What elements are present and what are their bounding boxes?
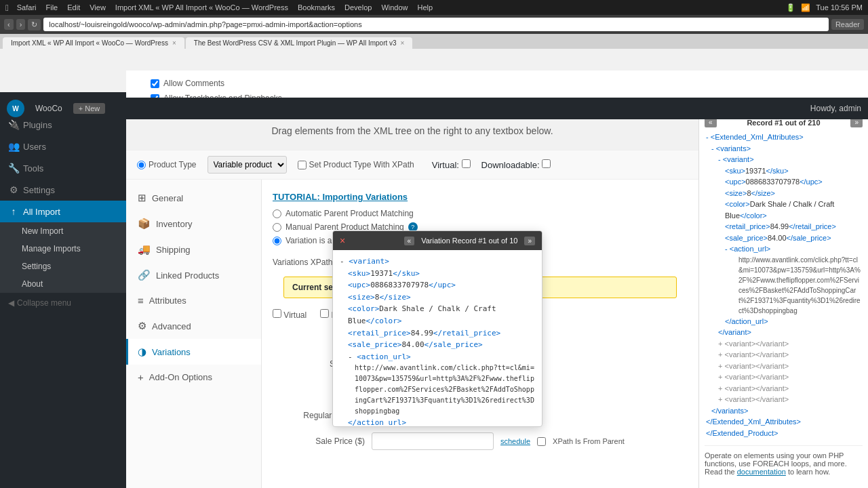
popup-header: × « Variation Record #1 out of 10 » <box>333 231 542 250</box>
tab-2[interactable]: The Best WordPress CSV & XML Import Plug… <box>186 37 413 49</box>
collapse-label: Collapse menu <box>17 298 71 308</box>
sidebar-label-tools: Tools <box>23 163 43 174</box>
history-menu[interactable]: Import XML « WP All Import « WooCo — Wor… <box>115 3 288 12</box>
admin-bar: W WooCo + New Howdy, admin <box>0 98 868 119</box>
general-icon: ⊞ <box>138 192 146 204</box>
apple-icon:  <box>5 3 9 13</box>
xml-line-10: </action_url> <box>705 316 863 327</box>
product-type-select[interactable]: Variable product <box>208 156 287 174</box>
mac-top-bar:  Safari File Edit View Import XML « WP … <box>0 0 868 15</box>
import-icon: ↑ <box>8 206 19 217</box>
time-display: Tue 10:56 PM <box>816 3 863 12</box>
auto-match-option: Automatic Parent Product Matching <box>273 209 688 218</box>
sale-xpath-checkbox[interactable] <box>537 437 546 446</box>
xml-line-18: </variants> <box>705 405 863 417</box>
tab-1[interactable]: Import XML « WP All Import « WooCo — Wor… <box>3 37 184 49</box>
auto-match-radio[interactable] <box>273 209 281 218</box>
file-menu[interactable]: File <box>46 3 58 12</box>
tutorial-link[interactable]: TUTORIAL: Importing Variations <box>273 192 408 202</box>
xml-line-15: + <variant></variant> <box>705 371 863 383</box>
sidebar-label-users: Users <box>23 142 46 152</box>
tab-2-close[interactable]: × <box>401 39 405 47</box>
downloadable-label: Downloadable: <box>481 159 551 170</box>
shipping-icon: 🚚 <box>138 243 151 256</box>
schedule-link[interactable]: schedule <box>500 437 530 445</box>
sidebar-item-users[interactable]: 👥 Users <box>0 136 126 157</box>
sidebar-item-settings[interactable]: ⚙ Settings <box>0 179 126 201</box>
popup-xml-line-0: - <variant> <box>340 256 535 268</box>
product-type-label: Product Type <box>137 160 197 169</box>
sale-price-input[interactable] <box>372 432 494 450</box>
reader-button[interactable]: Reader <box>831 19 864 30</box>
new-button[interactable]: + New <box>73 103 106 114</box>
popup-next-button[interactable]: » <box>524 237 535 245</box>
tab-inventory[interactable]: 📦 Inventory <box>126 211 261 237</box>
xml-line-2: - <variant> <box>705 154 863 165</box>
tab-shipping[interactable]: 🚚 Shipping <box>126 237 261 262</box>
popup-prev-button[interactable]: « <box>404 237 415 245</box>
xml-line-0: - <Extended_Xml_Attributes> <box>705 131 863 143</box>
users-icon: 👥 <box>8 141 19 152</box>
popup-xml: - <variant> <sku>19371</sku> <upc>088683… <box>340 256 535 426</box>
child-element-radio[interactable] <box>273 237 281 245</box>
submenu-about[interactable]: About <box>0 275 126 293</box>
popup-xml-line-4: <color>Dark Shale / Chalk / Craft Blue</… <box>340 303 535 327</box>
allow-comments-checkbox[interactable] <box>151 79 159 88</box>
virtual-label: Virtual: <box>432 159 471 170</box>
popup-xml-line-6: <sale_price>84.00</sale_price> <box>340 339 535 351</box>
downloadable-checkbox[interactable] <box>542 159 551 168</box>
sidebar-submenu: New Import Manage Imports Settings About <box>0 222 126 293</box>
howdy-text: Howdy, admin <box>810 104 861 113</box>
reload-button[interactable]: ↻ <box>28 19 41 30</box>
url-input[interactable] <box>43 18 829 31</box>
collapse-menu-button[interactable]: ◀ Collapse menu <box>0 293 126 313</box>
tab-advanced[interactable]: ⚙ Advanced <box>126 313 261 339</box>
window-menu[interactable]: Window <box>381 3 408 12</box>
tab-variations[interactable]: ◑ Variations <box>126 339 261 365</box>
tab-attributes-label: Attributes <box>149 296 186 306</box>
forward-button[interactable]: › <box>16 19 26 30</box>
help-menu[interactable]: Help <box>418 3 433 12</box>
xml-line-1: - <variants> <box>705 143 863 155</box>
tab-1-close[interactable]: × <box>172 39 176 47</box>
popup-xml-line-7: - <action_url> <box>340 351 535 363</box>
tab-general[interactable]: ⊞ General <box>126 185 261 211</box>
submenu-manage-imports[interactable]: Manage Imports <box>0 240 126 258</box>
submenu-new-import[interactable]: New Import <box>0 222 126 240</box>
popup-content: - <variant> <sku>19371</sku> <upc>088683… <box>333 250 542 426</box>
tab-add-on-options[interactable]: + Add-On Options <box>126 365 261 390</box>
sidebar-item-all-import[interactable]: ↑ All Import <box>0 201 126 222</box>
variations-icon: ◑ <box>138 346 146 358</box>
set-xpath-checkbox[interactable] <box>298 161 307 169</box>
sale-price-label: Sale Price ($) <box>283 436 365 446</box>
xml-line-17: + <variant></variant> <box>705 394 863 405</box>
xml-line-6: <color>Dark Shale / Chalk / Craft Blue</… <box>705 199 863 221</box>
bookmarks-menu[interactable]: Bookmarks <box>298 3 335 12</box>
sidebar-item-tools[interactable]: 🔧 Tools <box>0 157 126 179</box>
site-name[interactable]: WooCo <box>35 104 62 113</box>
safari-menu[interactable]: Safari <box>17 3 37 12</box>
back-button[interactable]: ‹ <box>4 19 14 30</box>
collapse-icon: ◀ <box>8 298 14 308</box>
manual-match-radio[interactable] <box>273 223 281 232</box>
virtual-field-checkbox[interactable] <box>273 309 281 318</box>
xml-line-13: + <variant></variant> <box>705 349 863 361</box>
virtual-checkbox[interactable] <box>462 159 471 168</box>
documentation-link[interactable]: documentation <box>737 468 786 476</box>
tab-shipping-label: Shipping <box>156 245 191 255</box>
view-menu[interactable]: View <box>90 3 106 12</box>
wp-logo[interactable]: W <box>7 100 24 117</box>
allow-comments-label: Allow Comments <box>163 79 224 88</box>
develop-menu[interactable]: Develop <box>344 3 372 12</box>
popup-close[interactable]: × <box>340 235 345 246</box>
tab-linked-label: Linked Products <box>156 270 219 281</box>
mac-status-bar: 🔋 📶 Tue 10:56 PM <box>786 3 863 12</box>
variation-popup: × « Variation Record #1 out of 10 » - <v… <box>332 230 542 427</box>
right-panel: « Record #1 out of 210 » - <Extended_Xml… <box>698 112 868 488</box>
product-type-radio[interactable] <box>137 161 146 169</box>
edit-menu[interactable]: Edit <box>67 3 80 12</box>
tab-attributes[interactable]: ≡ Attributes <box>126 288 261 313</box>
downloadable-field-checkbox[interactable] <box>320 309 329 318</box>
submenu-settings[interactable]: Settings <box>0 258 126 275</box>
tab-linked-products[interactable]: 🔗 Linked Products <box>126 262 261 288</box>
